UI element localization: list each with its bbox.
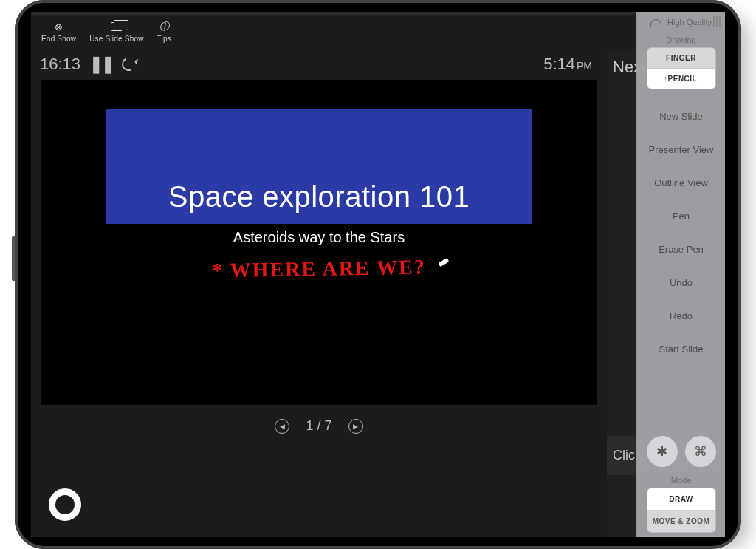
menu-erase-pen[interactable]: Erase Pen [637, 233, 725, 266]
drawing-section-label: Drawing [666, 35, 695, 44]
end-show-label: End Show [41, 35, 76, 43]
clock-ampm: PM [577, 60, 592, 72]
tips-button[interactable]: ⓘ Tips [157, 21, 171, 43]
handwritten-annotation: * WHERE ARE WE? [41, 252, 597, 285]
settings-button[interactable]: ✱ [647, 436, 678, 467]
shortcuts-button[interactable]: ⌘ [685, 436, 716, 467]
menu-undo[interactable]: Undo [637, 266, 725, 299]
tips-label: Tips [157, 35, 171, 43]
mode-section-label: Mode [671, 476, 692, 485]
ipad-frame: ⊗ End Show Use Slide Show ⓘ Tips 16:13 ❚… [15, 0, 741, 549]
pencil-toggle[interactable]: PENCIL [647, 68, 715, 89]
slide-counter: 1 / 7 [306, 418, 331, 434]
next-slide-button[interactable]: ▶ [348, 419, 363, 434]
info-icon: ⓘ [158, 21, 170, 33]
menu-redo[interactable]: Redo [637, 299, 725, 333]
presenter-area: 16:13 ❚❚ 5:14PM Space exploration 101 As… [31, 50, 607, 537]
drag-handle-icon[interactable] [713, 16, 721, 27]
connection-label: High Quality [667, 18, 712, 27]
prev-slide-button[interactable]: ◀ [275, 419, 289, 434]
mode-segment: DRAW MOVE & ZOOM [647, 488, 716, 533]
menu-pen[interactable]: Pen [637, 200, 725, 233]
reset-timer-button[interactable] [120, 55, 137, 72]
menu-start-slide[interactable]: Start Slide [637, 333, 725, 366]
menu-presenter-view[interactable]: Presenter View [637, 133, 725, 166]
finger-toggle[interactable]: FINGER [647, 48, 715, 68]
top-toolbar: ⊗ End Show Use Slide Show ⓘ Tips [31, 15, 725, 46]
device-side-button [12, 236, 15, 281]
menu-outline-view[interactable]: Outline View [637, 166, 725, 200]
pause-button[interactable]: ❚❚ [89, 55, 113, 74]
clock: 5:14PM [543, 55, 592, 74]
use-slide-show-button[interactable]: Use Slide Show [89, 21, 143, 43]
sidebar-menu: New Slide Presenter View Outline View Pe… [637, 100, 725, 432]
clock-time: 5:14 [543, 55, 575, 73]
timer-bar: 16:13 ❚❚ 5:14PM [31, 50, 607, 80]
gear-icon: ✱ [656, 443, 667, 460]
sidebar-round-buttons: ✱ ⌘ [647, 436, 716, 467]
slides-icon [111, 21, 123, 33]
laser-pointer-button[interactable] [49, 488, 81, 521]
elapsed-time: 16:13 [40, 55, 80, 74]
use-slide-show-label: Use Slide Show [89, 35, 143, 43]
progress-bar [31, 12, 725, 15]
mode-move-zoom[interactable]: MOVE & ZOOM [647, 510, 715, 532]
slide-nav: ◀ 1 / 7 ▶ [31, 418, 607, 434]
mode-draw[interactable]: DRAW [647, 488, 715, 510]
current-slide[interactable]: Space exploration 101 Asteroids way to t… [41, 80, 597, 405]
close-circle-icon: ⊗ [53, 21, 65, 33]
remote-sidebar: High Quality Drawing FINGER PENCIL New … [636, 12, 725, 537]
menu-new-slide[interactable]: New Slide [637, 100, 725, 133]
slide-title: Space exploration 101 [168, 180, 470, 214]
connection-status: High Quality [637, 12, 725, 31]
drawing-input-segment: FINGER PENCIL [647, 47, 716, 89]
command-icon: ⌘ [694, 443, 707, 460]
end-show-button[interactable]: ⊗ End Show [41, 21, 76, 43]
screen: ⊗ End Show Use Slide Show ⓘ Tips 16:13 ❚… [31, 12, 725, 537]
slide-subtitle: Asteroids way to the Stars [41, 229, 597, 246]
slide-title-box: Space exploration 101 [106, 109, 532, 224]
